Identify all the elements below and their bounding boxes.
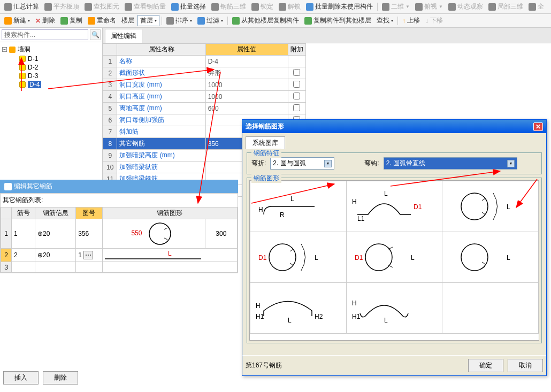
svg-point-9 bbox=[461, 193, 488, 220]
shape-cell[interactable]: HL1LD1 bbox=[346, 181, 442, 232]
find-button[interactable]: 查找 ▾ bbox=[374, 15, 395, 26]
tab-property[interactable]: 属性编辑 bbox=[105, 29, 142, 43]
svg-text:H: H bbox=[352, 198, 357, 205]
up-button[interactable]: ↑上移 bbox=[400, 15, 422, 26]
filter-button[interactable]: 过滤 ▾ bbox=[195, 15, 225, 26]
unlock-button[interactable]: 解锁 bbox=[277, 1, 303, 12]
svg-text:H: H bbox=[352, 299, 357, 307]
svg-text:L1: L1 bbox=[357, 215, 365, 222]
extra-checkbox[interactable] bbox=[293, 104, 300, 111]
rename-button[interactable]: 重命名 bbox=[86, 15, 118, 26]
property-row[interactable]: 1名称D-4 bbox=[103, 56, 306, 67]
property-row[interactable]: 4洞口高度 (mm)1000 bbox=[103, 91, 306, 103]
svg-text:L: L bbox=[411, 254, 415, 262]
select-shape-dialog: 选择钢筋图形 ✕ 系统图库 钢筋特征 弯折: 2. 圆与圆弧▾ 弯钩: 2. 圆… bbox=[242, 119, 547, 376]
dialog-titlebar[interactable]: 选择钢筋图形 ✕ bbox=[242, 120, 546, 133]
delete-row-button[interactable]: 删除 bbox=[43, 371, 78, 385]
copy-button[interactable]: 复制 bbox=[58, 15, 85, 26]
tree-root[interactable]: − 墙洞 bbox=[2, 44, 100, 55]
main-toolbar-1: 汇总计算 平齐板顶 查找图元 查看钢筋量 批量选择 钢筋三维 锁定 解锁 批量删… bbox=[0, 0, 551, 14]
local-3d-button[interactable]: 局部三维 bbox=[486, 1, 525, 12]
svg-text:L: L bbox=[507, 254, 510, 262]
close-icon[interactable]: ✕ bbox=[533, 122, 543, 131]
view-down-button[interactable]: 俯视▼ bbox=[413, 1, 445, 12]
svg-point-17 bbox=[461, 244, 488, 271]
new-button[interactable]: 新建 ▾ bbox=[2, 15, 32, 26]
status-label: 第167号钢筋 bbox=[246, 361, 282, 370]
search-button[interactable]: 🔍 bbox=[90, 29, 101, 40]
shape-grid[interactable]: HLR HL1LD1 L D1L LD1 L HH1LH2 HH1L bbox=[249, 180, 539, 341]
shape-cell[interactable]: L bbox=[442, 232, 539, 283]
svg-text:L: L bbox=[288, 317, 292, 324]
tree-item-d1[interactable]: D-1 bbox=[2, 55, 100, 63]
extra-checkbox[interactable] bbox=[293, 81, 300, 88]
property-row[interactable]: 5离地高度 (mm)600 bbox=[103, 103, 306, 114]
tree-item-d2[interactable]: D-2 bbox=[2, 63, 100, 72]
svg-text:H1: H1 bbox=[352, 313, 361, 320]
batch-select-button[interactable]: 批量选择 bbox=[169, 1, 208, 12]
rebar-3d-button[interactable]: 钢筋三维 bbox=[209, 1, 248, 12]
rebar-feature-group: 钢筋特征 弯折: 2. 圆与圆弧▾ 弯钩: 2. 圆弧带直线▾ bbox=[247, 152, 542, 174]
edit-buttons: 插入 删除 bbox=[0, 368, 81, 388]
lock-button[interactable]: 锁定 bbox=[249, 1, 276, 12]
component-tree[interactable]: − 墙洞 D-1 D-2 D-3 D-4 bbox=[0, 42, 102, 188]
svg-point-14 bbox=[365, 244, 392, 271]
all-button[interactable]: 全 bbox=[526, 1, 546, 12]
down-button[interactable]: ↓下移 bbox=[423, 15, 445, 26]
item-icon bbox=[19, 81, 26, 88]
copy-from-button[interactable]: 从其他楼层复制构件 bbox=[230, 15, 301, 26]
svg-text:L: L bbox=[290, 195, 294, 203]
insert-button[interactable]: 插入 bbox=[3, 371, 39, 385]
hook-label: 弯钩: bbox=[364, 159, 379, 168]
floor-label: 楼层 bbox=[119, 15, 136, 26]
shape-cell[interactable]: D1L bbox=[250, 232, 347, 283]
rebar-shape-group: 钢筋图形 HLR HL1LD1 L D1L LD1 L HH1LH2 bbox=[247, 178, 542, 343]
tab-system-lib[interactable]: 系统图库 bbox=[246, 136, 285, 149]
search-input[interactable] bbox=[2, 29, 88, 40]
tree-item-d4[interactable]: D-4 bbox=[2, 80, 100, 89]
header-name: 属性名称 bbox=[117, 44, 205, 56]
sort-button[interactable]: 排序 ▾ bbox=[164, 15, 194, 26]
view-rebar-button[interactable]: 查看钢筋量 bbox=[123, 1, 168, 12]
extra-checkbox[interactable] bbox=[293, 93, 300, 99]
shape-cell[interactable] bbox=[442, 283, 539, 334]
svg-point-11 bbox=[269, 244, 296, 271]
delete-button[interactable]: ✕删除 bbox=[33, 15, 57, 26]
shape-cell[interactable]: HLR bbox=[250, 181, 347, 232]
shape-cell[interactable]: LD1 bbox=[346, 232, 442, 283]
copy-to-button[interactable]: 复制构件到其他楼层 bbox=[302, 15, 373, 26]
collapse-icon[interactable]: − bbox=[2, 47, 7, 52]
find-elem-button[interactable]: 查找图元 bbox=[82, 1, 121, 12]
ok-button[interactable]: 确定 bbox=[468, 359, 503, 372]
cancel-button[interactable]: 取消 bbox=[508, 359, 543, 372]
calc-button[interactable]: 汇总计算 bbox=[2, 1, 41, 12]
item-icon bbox=[19, 64, 26, 71]
svg-text:H1: H1 bbox=[256, 313, 264, 320]
svg-text:D1: D1 bbox=[355, 254, 363, 262]
browse-button[interactable]: ⋯ bbox=[83, 251, 93, 259]
bend-combo[interactable]: 2. 圆与圆弧▾ bbox=[270, 157, 334, 170]
property-row[interactable]: 3洞口宽度 (mm)1000 bbox=[103, 79, 306, 91]
rebar-list-table[interactable]: 筋号 钢筋信息 图号 钢筋图形 1 1 ⊕20 356 550 300 2 2 … bbox=[1, 207, 238, 273]
bend-label: 弯折: bbox=[251, 159, 266, 168]
property-row[interactable]: 2截面形状异形 bbox=[103, 67, 306, 79]
header-extra: 附加 bbox=[288, 44, 305, 56]
chevron-down-icon: ▾ bbox=[507, 160, 515, 167]
tree-item-d3[interactable]: D-3 bbox=[2, 72, 100, 80]
shape-cell[interactable]: HH1LH2 bbox=[250, 283, 347, 334]
extra-checkbox[interactable] bbox=[293, 69, 300, 76]
list-row-empty[interactable]: 3 bbox=[1, 262, 238, 273]
dynamic-button[interactable]: 动态观察 bbox=[446, 1, 485, 12]
view-2d-button[interactable]: 二维▼ bbox=[380, 1, 412, 12]
list-row[interactable]: 2 2 ⊕20 1 ⋯ L bbox=[1, 249, 238, 262]
list-row[interactable]: 1 1 ⊕20 356 550 300 bbox=[1, 219, 238, 249]
floor-combo[interactable]: 首层 ▾ bbox=[137, 15, 159, 26]
hook-combo[interactable]: 2. 圆弧带直线▾ bbox=[384, 157, 517, 170]
align-button[interactable]: 平齐板顶 bbox=[42, 1, 81, 12]
batch-delete-button[interactable]: 批量删除未使用构件 bbox=[304, 1, 375, 12]
svg-text:L: L bbox=[384, 190, 388, 197]
shape-cell[interactable]: HH1L bbox=[346, 283, 442, 334]
svg-text:D1: D1 bbox=[258, 254, 267, 262]
list-label: 其它钢筋列表: bbox=[1, 194, 238, 207]
shape-cell[interactable]: L bbox=[442, 181, 539, 232]
